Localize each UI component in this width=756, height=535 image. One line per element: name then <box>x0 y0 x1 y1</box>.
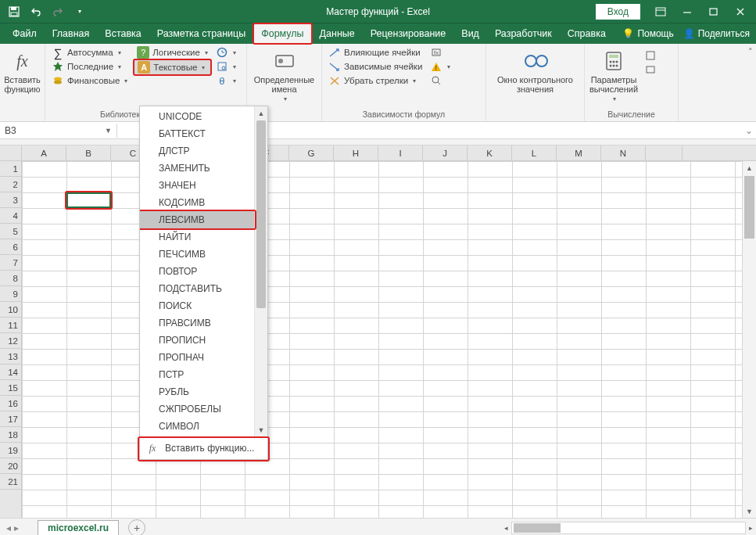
row-header[interactable]: 10 <box>0 302 21 318</box>
col-header[interactable]: L <box>512 145 557 160</box>
qat-more-button[interactable]: ▾ <box>70 2 89 21</box>
redo-button[interactable] <box>48 2 67 21</box>
lightbulb-icon[interactable]: 💡 <box>622 28 634 39</box>
dropdown-item[interactable]: РУБЛЬ <box>140 383 254 400</box>
trace-dependents-button[interactable]: Зависимые ячейки <box>325 59 425 74</box>
menu-insert[interactable]: Вставка <box>97 23 149 44</box>
trace-precedents-button[interactable]: Влияющие ячейки <box>325 45 425 59</box>
col-header[interactable]: M <box>557 145 601 160</box>
hscroll-left[interactable]: ◂ <box>504 524 508 532</box>
close-button[interactable] <box>728 2 753 22</box>
ribbon-options-button[interactable] <box>648 2 673 22</box>
minimize-button[interactable] <box>675 2 700 22</box>
dropdown-item[interactable]: ПОИСК <box>140 297 254 314</box>
col-header[interactable] <box>646 145 683 160</box>
autosum-button[interactable]: ∑Автосумма▾ <box>48 45 131 59</box>
dropdown-item[interactable]: ЗАМЕНИТЬ <box>140 160 254 177</box>
sheet-nav-next[interactable]: ▸ <box>14 522 19 533</box>
sheet-tab[interactable]: microexcel.ru <box>38 520 119 535</box>
menu-developer[interactable]: Разработчик <box>487 23 560 44</box>
dropdown-item[interactable]: UNICODE <box>140 108 254 125</box>
menu-data[interactable]: Данные <box>312 23 363 44</box>
dropdown-item[interactable]: СЖПРОБЕЛЫ <box>140 400 254 418</box>
insert-function-button[interactable]: fx Вставить функцию <box>3 45 41 97</box>
row-header[interactable]: 21 <box>0 474 21 490</box>
lookup-button[interactable]: ▾ <box>213 59 239 74</box>
row-header[interactable]: 18 <box>0 427 21 443</box>
dropdown-item[interactable]: ПРАВСИМВ <box>140 314 254 332</box>
col-header[interactable]: G <box>289 145 334 160</box>
grid[interactable] <box>22 161 742 518</box>
dropdown-item[interactable]: ПРОПИСН <box>140 332 254 349</box>
help-link[interactable]: Помощь <box>637 28 673 39</box>
expand-formula-bar[interactable]: ⌄ <box>742 125 756 136</box>
share-link[interactable]: Поделиться <box>698 28 750 39</box>
selected-cell[interactable] <box>66 192 111 208</box>
row-header[interactable]: 12 <box>0 333 21 349</box>
dropdown-item[interactable]: ПОДСТАВИТЬ <box>140 280 254 297</box>
menu-file[interactable]: Файл <box>5 23 45 44</box>
logical-button[interactable]: ?Логические▾ <box>134 45 211 59</box>
evaluate-formula-button[interactable] <box>427 74 453 88</box>
menu-review[interactable]: Рецензирование <box>363 23 454 44</box>
dropdown-item[interactable]: БАТТЕКСТ <box>140 125 254 142</box>
dropdown-item[interactable]: ДЛСТР <box>140 142 254 160</box>
dropdown-item[interactable]: ЗНАЧЕН <box>140 177 254 194</box>
row-header[interactable]: 9 <box>0 286 21 302</box>
calc-now-button[interactable] <box>641 48 660 63</box>
text-functions-button[interactable]: AТекстовые▾ <box>134 59 211 75</box>
calc-sheet-button[interactable] <box>641 63 660 77</box>
row-header[interactable]: 14 <box>0 364 21 380</box>
dropdown-item[interactable]: ПОВТОР <box>140 263 254 280</box>
menu-home[interactable]: Главная <box>45 23 98 44</box>
share-icon[interactable]: 👤 <box>683 28 695 39</box>
dropdown-item[interactable]: НАЙТИ <box>140 228 254 246</box>
row-header[interactable]: 8 <box>0 271 21 286</box>
defined-names-button[interactable]: Определенные имена▾ <box>250 45 318 106</box>
chevron-down-icon[interactable]: ▼ <box>105 127 112 135</box>
row-header[interactable]: 20 <box>0 458 21 474</box>
error-check-button[interactable]: !▾ <box>427 59 453 74</box>
col-header[interactable]: A <box>22 145 66 160</box>
ribbon-collapse-button[interactable]: ˄ <box>748 47 753 57</box>
col-header[interactable]: J <box>423 145 468 160</box>
horizontal-scrollbar[interactable] <box>511 522 746 534</box>
vertical-scrollbar[interactable]: ▲ ▼ <box>742 161 756 518</box>
calc-options-button[interactable]: Параметры вычислений▾ <box>588 45 640 106</box>
menu-view[interactable]: Вид <box>453 23 487 44</box>
dropdown-item[interactable]: ПЕЧСИМВ <box>140 246 254 263</box>
undo-button[interactable] <box>27 2 45 21</box>
insert-function-footer[interactable]: fx Вставить функцию... <box>140 436 267 459</box>
row-header[interactable]: 16 <box>0 396 21 411</box>
row-header[interactable]: 1 <box>0 161 21 177</box>
sheet-nav-prev[interactable]: ◂ <box>6 522 11 533</box>
dropdown-scrollbar[interactable]: ▲ ▼ <box>254 106 267 436</box>
dropdown-item[interactable]: ПСТР <box>140 366 254 383</box>
watch-window-button[interactable]: Окно контрольного значения <box>489 45 581 97</box>
row-header[interactable]: 19 <box>0 443 21 458</box>
math-button[interactable]: θ▾ <box>213 74 239 88</box>
row-header[interactable]: 2 <box>0 177 21 192</box>
row-header[interactable]: 17 <box>0 411 21 427</box>
dropdown-item[interactable]: ЛЕВСИМВ <box>140 211 254 228</box>
row-header[interactable]: 15 <box>0 380 21 396</box>
row-header[interactable]: 3 <box>0 192 21 208</box>
dropdown-item[interactable]: КОДСИМВ <box>140 194 254 211</box>
col-header[interactable]: N <box>601 145 646 160</box>
col-header[interactable]: B <box>66 145 111 160</box>
menu-help[interactable]: Справка <box>560 23 614 44</box>
datetime-button[interactable]: ▾ <box>213 45 239 59</box>
remove-arrows-button[interactable]: Убрать стрелки▾ <box>325 74 425 88</box>
login-button[interactable]: Вход <box>596 4 640 20</box>
col-header[interactable]: H <box>334 145 378 160</box>
col-header[interactable]: I <box>378 145 423 160</box>
dropdown-item[interactable]: СИМВОЛ <box>140 418 254 435</box>
select-all-corner[interactable] <box>0 145 22 160</box>
hscroll-right[interactable]: ▸ <box>749 524 753 532</box>
row-header[interactable]: 5 <box>0 224 21 239</box>
recent-button[interactable]: Последние▾ <box>48 59 131 74</box>
row-header[interactable]: 7 <box>0 255 21 271</box>
show-formulas-button[interactable]: fx <box>427 45 453 59</box>
maximize-button[interactable] <box>701 2 726 22</box>
row-header[interactable]: 11 <box>0 318 21 333</box>
